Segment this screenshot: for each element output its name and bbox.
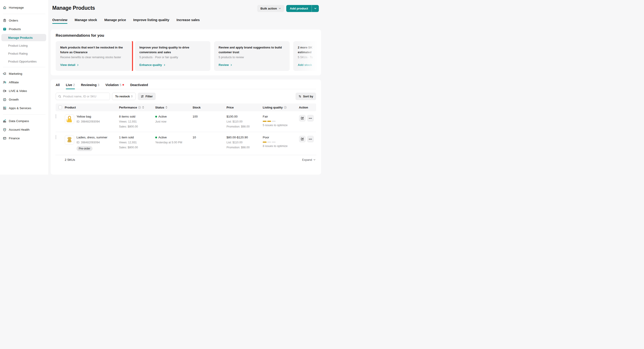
column-action: Action (299, 106, 316, 109)
sort-caret-icon[interactable] (142, 106, 144, 109)
chevron-right-icon (77, 64, 79, 66)
tab-violation[interactable]: Violation5 (106, 83, 124, 89)
sidebar-item-live-video[interactable]: LIVE & Video (0, 87, 48, 95)
tab-deactivated[interactable]: Deactivated (130, 83, 148, 89)
sidebar-item-homepage[interactable]: Homepage (0, 3, 48, 12)
select-all-checkbox[interactable] (58, 106, 62, 109)
more-actions-button[interactable]: ••• (307, 136, 314, 142)
chevron-down-icon (278, 7, 281, 10)
product-name[interactable]: Yellow bag (76, 115, 100, 118)
sort-caret-icon[interactable] (166, 106, 168, 109)
card-title: 2 more SK estimated (298, 45, 321, 55)
sidebar-item-product-listing[interactable]: Product Listing (1, 42, 46, 49)
grid-icon (3, 106, 6, 110)
sidebar-item-label: Data Compass (9, 119, 29, 123)
row-checkbox[interactable] (56, 135, 56, 139)
price-value: $80.00-$120.90 (226, 136, 263, 139)
product-search-box (56, 93, 110, 100)
tab-label: Live (66, 83, 72, 87)
search-input[interactable] (63, 95, 108, 98)
clipboard-icon (3, 19, 6, 22)
sku-count: 2 SKUs (65, 158, 75, 161)
recommendation-card-listing-quality[interactable]: Improve your listing quality to drive co… (135, 41, 210, 71)
bulk-action-button[interactable]: Bulk action (257, 5, 284, 12)
table-toolbar: To restock 0 Filter Sort by (56, 93, 316, 100)
recommendation-card-brand-suggestions[interactable]: Review and apply brand suggestions to bu… (214, 41, 290, 71)
expand-label: Expand (302, 158, 312, 161)
card-subtitle: 5 products to review (218, 56, 285, 59)
sidebar-item-account-health[interactable]: Account Health (0, 125, 48, 134)
tab-reviewing[interactable]: Reviewing3 (81, 83, 99, 89)
more-actions-button[interactable]: ••• (307, 115, 314, 122)
items-sold: 1 item sold (119, 136, 155, 139)
tab-improve-listing-quality[interactable]: Improve listing quality (133, 18, 169, 24)
sidebar-item-marketing[interactable]: Marketing (0, 69, 48, 78)
sidebar-item-growth[interactable]: Growth (0, 95, 48, 104)
tab-live[interactable]: Live2 (66, 83, 75, 89)
product-image-summer-dress[interactable] (65, 135, 74, 145)
megaphone-icon (3, 72, 6, 75)
sidebar-item-data-compass[interactable]: Data Compass (0, 117, 48, 125)
expand-button[interactable]: Expand (302, 158, 316, 161)
tab-increase-sales[interactable]: Increase sales (176, 18, 200, 24)
active-status-dot (155, 137, 157, 138)
product-image-yellow-bag[interactable] (65, 114, 74, 124)
sidebar-item-label: Growth (9, 98, 19, 101)
product-id: ID: 398482093094 (76, 120, 100, 123)
help-icon[interactable]: ? (138, 106, 141, 109)
sidebar-item-product-opportunities[interactable]: Product Opportunities (1, 58, 46, 65)
recommendation-card-clearance[interactable]: Mark products that won’t be restocked in… (56, 41, 131, 71)
tab-overview[interactable]: Overview (52, 18, 68, 24)
stock-value: 100 (192, 115, 226, 118)
link-label: View detail (60, 63, 75, 67)
sort-by-button[interactable]: Sort by (296, 93, 316, 100)
filter-label: Filter (146, 95, 153, 98)
column-performance[interactable]: Performance ? (119, 106, 155, 109)
to-restock-button[interactable]: To restock 0 (112, 93, 136, 100)
card-subtitle: 5 products · Poor or fair quality (140, 56, 206, 59)
help-icon[interactable]: ? (284, 106, 287, 109)
enhance-quality-link[interactable]: Enhance quality (140, 63, 206, 67)
quality-bar (263, 121, 299, 122)
sidebar-item-apps-services[interactable]: Apps & Services (0, 104, 48, 112)
views: Views: 12,931 (119, 141, 155, 144)
recommendations-heading: Recommendations for you (56, 33, 316, 38)
sort-by-label: Sort by (303, 95, 313, 98)
sidebar-item-affiliate[interactable]: Affiliate (0, 78, 48, 87)
to-restock-count: 0 (131, 95, 132, 98)
chevron-right-icon (164, 64, 166, 66)
view-detail-link[interactable]: View detail (60, 63, 127, 67)
sidebar-item-products[interactable]: Products (0, 25, 48, 33)
column-status[interactable]: Status (155, 106, 192, 109)
row-checkbox[interactable] (56, 114, 56, 118)
page-title: Manage Products (52, 5, 95, 11)
sidebar-item-finance[interactable]: Finance (0, 134, 48, 142)
tab-manage-price[interactable]: Manage price (104, 18, 126, 24)
edit-button[interactable] (299, 136, 306, 142)
column-listing-quality[interactable]: Listing quality ? (263, 106, 299, 109)
add-product-dropdown-button[interactable] (312, 5, 319, 12)
chevron-right-icon (230, 64, 232, 66)
recommendation-card-partial[interactable]: 2 more SK estimated 5 SKUs · To Add stoc… (293, 41, 321, 71)
list-price: List: $110.00 (226, 120, 263, 123)
recommendations-panel: Recommendations for you Mark products th… (51, 30, 321, 75)
filter-button[interactable]: Filter (138, 93, 156, 100)
tab-all[interactable]: All (56, 83, 60, 89)
sidebar-item-manage-products[interactable]: Manage Products (1, 34, 46, 41)
chevron-down-icon (314, 7, 316, 10)
add-product-button[interactable]: Add product (286, 5, 312, 12)
product-id: ID: 398482093094 (76, 141, 108, 144)
sidebar-item-product-rating[interactable]: Product Rating (1, 50, 46, 57)
tv-star-icon (3, 98, 6, 101)
add-stock-link[interactable]: Add stock (298, 63, 321, 67)
sidebar-item-orders[interactable]: Orders (0, 16, 48, 25)
review-link[interactable]: Review (218, 63, 285, 67)
tab-manage-stock[interactable]: Manage stock (75, 18, 97, 24)
sales: Sales: $800.00 (119, 146, 155, 149)
promotion-price: Promotion: $98.00 (226, 125, 263, 128)
product-name[interactable]: Ladies, dress, summer (76, 136, 108, 139)
sales: Sales: $800.00 (119, 125, 155, 128)
recommendation-cards: Mark products that won’t be restocked in… (56, 41, 321, 71)
edit-button[interactable] (299, 115, 306, 122)
tab-count: 5 (120, 83, 122, 87)
